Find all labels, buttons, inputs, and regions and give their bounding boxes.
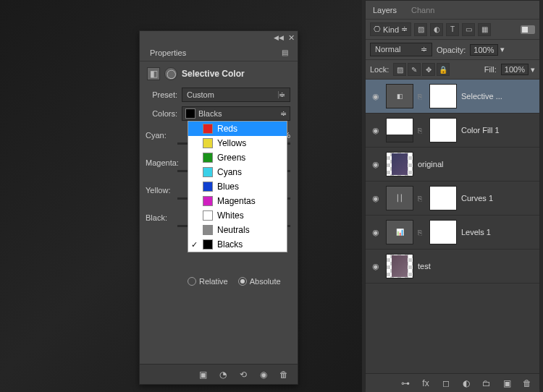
dropdown-item-neutrals[interactable]: Neutrals [188,223,287,237]
layers-footer: ⊶ fx ◻ ◐ 🗀 ▣ 🗑 [366,373,539,392]
link-icon: ⎘ [418,127,425,135]
visibility-toggle[interactable]: ◉ [370,194,382,203]
filter-smart-icon[interactable]: ▦ [478,23,491,36]
filter-type-icon[interactable]: T [446,23,459,36]
opacity-value[interactable]: 100% [470,44,497,56]
layer-test[interactable]: ◉ test [366,250,539,284]
group-icon[interactable]: 🗀 [480,377,493,390]
layer-mask[interactable] [429,84,457,108]
trash-icon[interactable]: 🗑 [277,368,290,381]
layer-thumb[interactable] [386,152,413,176]
dropdown-item-blacks[interactable]: ✓Blacks [188,237,287,252]
magenta-label: Magenta: [146,158,179,167]
view-previous-icon[interactable]: ◔ [216,368,230,381]
layer-original[interactable]: ◉ original [366,148,539,182]
swatch-neutral [203,225,213,235]
adjustment-layer-icon[interactable]: ◐ [460,377,473,390]
layer-selective-color[interactable]: ◉ ◧ ⎘ Selective ... [366,80,539,114]
layer-thumb[interactable] [386,254,413,278]
visibility-toggle[interactable]: ◉ [370,262,382,271]
layer-mask[interactable] [429,186,457,210]
visibility-toggle[interactable]: ◉ [370,160,382,169]
colors-select[interactable]: Blacks ≑ [182,106,290,121]
black-label: Black: [146,213,167,222]
layer-name[interactable]: Curves 1 [461,194,535,203]
chevron-down-icon: ≑ [280,109,287,119]
channels-tab[interactable]: Chann [404,1,442,19]
link-layers-icon[interactable]: ⊶ [399,377,412,390]
visibility-toggle[interactable]: ◉ [370,228,382,237]
layer-thumb[interactable] [386,118,413,142]
layer-color-fill[interactable]: ◉ ⎘ Color Fill 1 [366,114,539,148]
panel-tabs: Properties ▤ [140,44,298,61]
layer-name[interactable]: Color Fill 1 [461,126,535,135]
layer-mask[interactable] [429,118,457,142]
color-swatch-black [185,108,195,119]
layer-style-icon[interactable]: fx [419,377,432,390]
chevron-down-icon: ≑ [278,91,285,98]
opacity-label: Opacity: [437,46,466,54]
preset-select[interactable]: Custom≑ [182,88,290,102]
visibility-icon[interactable]: ◉ [257,368,270,381]
properties-panel: ◀◀ ✕ Properties ▤ ◧ ◯ Selective Color Pr… [139,30,298,385]
dropdown-item-yellows[interactable]: Yellows [188,136,287,150]
layer-curves[interactable]: ◉ ⎮⎮ ⎘ Curves 1 [366,182,539,216]
dropdown-item-greens[interactable]: Greens [188,150,287,165]
lock-all-icon[interactable]: 🔒 [437,63,450,76]
mask-icon[interactable]: ◯ [164,67,177,80]
colors-dropdown[interactable]: Reds Yellows Greens Cyans Blues Magentas… [188,121,287,252]
delete-layer-icon[interactable]: 🗑 [521,377,534,390]
filter-pixel-icon[interactable]: ▨ [414,23,427,36]
layer-thumb[interactable]: 📊 [386,220,413,244]
swatch-red [203,124,213,134]
relative-radio[interactable]: Relative [188,277,228,286]
adjustment-title-text: Selective Color [182,69,245,79]
layer-name[interactable]: original [418,160,535,169]
fill-label: Fill: [484,65,497,74]
swatch-green [203,153,213,163]
panel-menu-icon[interactable]: ▤ [282,48,292,56]
layer-name[interactable]: test [418,262,535,270]
layer-levels[interactable]: ◉ 📊 ⎘ Levels 1 [366,216,539,250]
filter-toggle[interactable] [521,25,535,34]
chevron-icon[interactable]: ▾ [500,45,505,54]
layer-name[interactable]: Levels 1 [461,228,535,237]
fill-value[interactable]: 100% [501,64,529,75]
dropdown-item-magentas[interactable]: Magentas [188,194,287,208]
clip-icon[interactable]: ▣ [196,368,209,381]
selective-color-icon: ◧ [147,67,160,80]
lock-transparency-icon[interactable]: ▨ [393,63,406,76]
close-icon[interactable]: ✕ [288,33,295,43]
layer-thumb[interactable]: ◧ [386,84,413,108]
filter-adjustment-icon[interactable]: ◐ [430,23,443,36]
lock-image-icon[interactable]: ✎ [408,63,421,76]
properties-tab[interactable]: Properties [146,46,190,60]
swatch-magenta [203,196,213,206]
blend-mode-select[interactable]: Normal≑ [370,43,432,56]
visibility-toggle[interactable]: ◉ [370,126,382,135]
visibility-toggle[interactable]: ◉ [370,92,382,101]
dropdown-item-reds[interactable]: Reds [188,122,287,136]
dropdown-item-cyans[interactable]: Cyans [188,165,287,179]
layer-name[interactable]: Selective ... [461,92,535,101]
check-icon: ✓ [191,240,198,250]
absolute-radio[interactable]: Absolute [238,277,281,286]
layer-mask-icon[interactable]: ◻ [439,377,452,390]
layer-thumb[interactable]: ⎮⎮ [386,186,413,210]
layer-mask[interactable] [429,220,457,244]
layers-tab[interactable]: Layers [366,1,404,19]
swatch-white [203,210,213,221]
kind-filter[interactable]: ⎔ Kind ≑ [370,22,411,36]
adjustment-title: ◧ ◯ Selective Color [147,67,290,80]
chevron-icon[interactable]: ▾ [531,65,535,74]
new-layer-icon[interactable]: ▣ [500,377,513,390]
swatch-blue [203,182,213,192]
layers-panel: Layers Chann ⎔ Kind ≑ ▨ ◐ T ▭ ▦ Normal≑ … [365,0,540,389]
dropdown-item-whites[interactable]: Whites [188,208,287,223]
filter-shape-icon[interactable]: ▭ [462,23,475,36]
reset-icon[interactable]: ⟲ [237,368,250,381]
lock-position-icon[interactable]: ✥ [422,63,435,76]
colors-row: Colors: Blacks ≑ [147,106,290,121]
collapse-icon[interactable]: ◀◀ [274,34,284,41]
dropdown-item-blues[interactable]: Blues [188,179,287,194]
